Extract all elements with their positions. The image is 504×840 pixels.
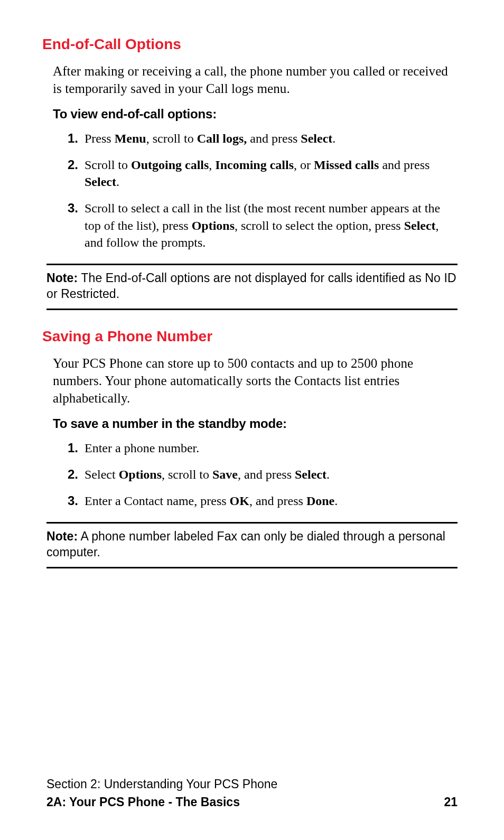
- step-number: 2.: [68, 156, 78, 173]
- step-number: 1.: [68, 130, 78, 147]
- note-label: Note:: [46, 271, 78, 285]
- intro-paragraph-2: Your PCS Phone can store up to 500 conta…: [53, 354, 458, 407]
- page-footer: Section 2: Understanding Your PCS Phone …: [46, 776, 458, 810]
- step-1: 1. Enter a phone number.: [70, 440, 458, 456]
- intro-paragraph: After making or receiving a call, the ph…: [53, 62, 458, 97]
- note-block-2: Note: A phone number labeled Fax can onl…: [46, 522, 458, 568]
- step-3: 3. Enter a Contact name, press OK, and p…: [70, 492, 458, 509]
- footer-section-line: Section 2: Understanding Your PCS Phone: [46, 776, 458, 792]
- step-2: 2. Select Options, scroll to Save, and p…: [70, 466, 458, 483]
- step-number: 1.: [68, 440, 78, 456]
- step-text: Scroll to Outgoing calls, Incoming calls…: [85, 158, 430, 189]
- step-2: 2. Scroll to Outgoing calls, Incoming ca…: [70, 156, 458, 190]
- heading-saving-number: Saving a Phone Number: [42, 328, 458, 345]
- step-text: Press Menu, scroll to Call logs, and pre…: [85, 132, 335, 145]
- step-number: 2.: [68, 466, 78, 483]
- heading-end-of-call: End-of-Call Options: [42, 36, 458, 53]
- subhead-view-options: To view end-of-call options:: [53, 107, 458, 122]
- step-number: 3.: [68, 200, 78, 217]
- note-text: The End-of-Call options are not displaye…: [46, 271, 456, 301]
- note-block-1: Note: The End-of-Call options are not di…: [46, 264, 458, 310]
- steps-list-2: 1. Enter a phone number. 2. Select Optio…: [70, 440, 458, 509]
- step-text: Scroll to select a call in the list (the…: [85, 201, 440, 249]
- footer-chapter: 2A: Your PCS Phone - The Basics: [46, 794, 240, 810]
- note-label: Note:: [46, 529, 78, 543]
- steps-list-1: 1. Press Menu, scroll to Call logs, and …: [70, 130, 458, 251]
- step-text: Select Options, scroll to Save, and pres…: [85, 468, 330, 481]
- step-text: Enter a Contact name, press OK, and pres…: [85, 494, 338, 508]
- step-3: 3. Scroll to select a call in the list (…: [70, 200, 458, 250]
- note-text: A phone number labeled Fax can only be d…: [46, 529, 445, 559]
- step-number: 3.: [68, 492, 78, 509]
- subhead-save-standby: To save a number in the standby mode:: [53, 416, 458, 431]
- step-text: Enter a phone number.: [85, 441, 199, 455]
- step-1: 1. Press Menu, scroll to Call logs, and …: [70, 130, 458, 147]
- page-number: 21: [444, 794, 458, 810]
